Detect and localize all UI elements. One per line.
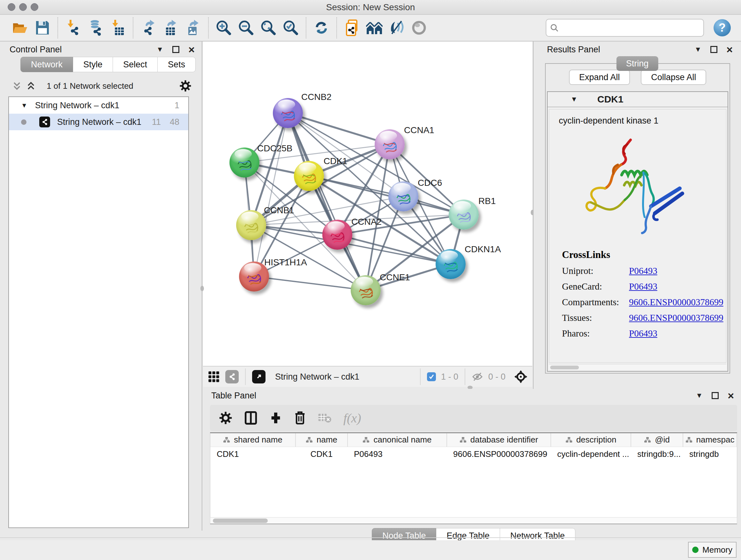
vertical-splitter-handle-left[interactable] [200, 286, 204, 291]
tab-sets[interactable]: Sets [158, 57, 196, 72]
network-node-cdkn1a[interactable] [435, 249, 466, 279]
column-header-namespac[interactable]: namespac [683, 433, 737, 447]
zoom-fit-button[interactable] [260, 19, 277, 37]
edge-CCNB2-HIST1H1A[interactable] [254, 113, 288, 276]
table-options-gear-icon[interactable] [219, 411, 232, 425]
edge-HIST1H1A-CCNE1[interactable] [254, 276, 366, 290]
string-view-badge-icon[interactable] [225, 370, 239, 383]
open-session-button[interactable] [11, 19, 29, 37]
memory-button[interactable]: Memory [688, 542, 737, 558]
show-columns-icon[interactable] [245, 411, 257, 425]
import-network-file-button[interactable] [64, 19, 82, 37]
network-collection-label: String Network – cdk1 [35, 101, 119, 111]
selected-nodes-checkbox[interactable] [427, 372, 436, 381]
tab-network[interactable]: Network [20, 57, 73, 72]
crosslink-link[interactable]: P06493 [629, 281, 657, 292]
import-network-database-button[interactable] [87, 19, 104, 37]
table-cell[interactable]: P06493 [347, 447, 447, 461]
search-field[interactable] [546, 19, 704, 37]
tree-expand-caret-icon[interactable]: ▼ [21, 102, 27, 109]
export-table-button[interactable] [162, 19, 179, 37]
network-status-dot [21, 119, 26, 125]
table-panel-menu-caret-icon[interactable]: ▼ [696, 391, 703, 400]
gene-symbol: CDK1 [597, 94, 623, 105]
network-node-ccne1[interactable] [351, 275, 381, 305]
delete-column-icon[interactable] [294, 411, 306, 425]
hidden-elements-icon[interactable] [472, 372, 483, 381]
network-node-ccna2[interactable] [322, 220, 352, 250]
results-panel-close-icon[interactable]: × [726, 46, 733, 53]
table-panel-float-icon[interactable] [712, 392, 719, 399]
network-node-ccnb1[interactable] [236, 210, 266, 240]
expand-all-button[interactable]: Expand All [569, 70, 630, 85]
gene-card-caret-icon[interactable]: ▼ [570, 95, 578, 104]
results-scrollbar-thumb[interactable] [550, 366, 579, 369]
selected-count: 1 - 0 [441, 372, 458, 382]
network-row[interactable]: String Network – cdk1 11 48 [9, 114, 188, 130]
column-header-database-identifier[interactable]: database identifier [447, 433, 551, 447]
zoom-in-button[interactable] [215, 19, 232, 37]
save-icon [36, 20, 50, 35]
refresh-button[interactable] [313, 19, 330, 37]
toolbar-separator [208, 17, 209, 38]
results-panel-menu-caret-icon[interactable]: ▼ [694, 45, 701, 54]
table-cell[interactable]: stringdb [683, 447, 737, 461]
column-header--id[interactable]: @id [631, 433, 683, 447]
crosslink-link[interactable]: P06493 [629, 328, 657, 338]
search-input[interactable] [558, 23, 696, 33]
string-home-button[interactable] [366, 19, 383, 37]
table-horizontal-scrollbar[interactable] [210, 517, 737, 524]
string-protein-query-button[interactable] [343, 19, 360, 37]
export-network-button[interactable] [140, 19, 157, 37]
add-column-icon[interactable] [269, 412, 282, 424]
crosslink-link[interactable]: 9606.ENSP00000378699 [629, 313, 724, 323]
results-panel-float-icon[interactable] [711, 46, 718, 53]
tab-string[interactable]: String [616, 56, 658, 71]
column-header-name[interactable]: name [295, 433, 347, 447]
table-scrollbar-thumb[interactable] [213, 518, 268, 523]
network-collection-row[interactable]: ▼ String Network – cdk1 1 [9, 97, 188, 114]
table-cell[interactable]: CDK1 [210, 447, 295, 461]
control-panel-menu-caret-icon[interactable]: ▼ [156, 45, 163, 54]
export-image-button[interactable] [185, 19, 202, 37]
results-scrollbar[interactable] [549, 364, 726, 370]
detach-view-icon[interactable] [252, 370, 266, 383]
tab-select[interactable]: Select [113, 57, 158, 72]
network-node-ccna1[interactable] [375, 129, 405, 159]
column-header-shared-name[interactable]: shared name [210, 433, 295, 447]
network-edge-count: 48 [170, 117, 188, 127]
network-node-cdc6[interactable] [388, 181, 418, 211]
table-cell[interactable]: CDK1 [295, 447, 347, 461]
column-header-canonical-name[interactable]: canonical name [347, 433, 447, 447]
table-cell[interactable]: 9606.ENSP00000378699 [447, 447, 551, 461]
crosslink-link[interactable]: P06493 [629, 266, 657, 276]
control-panel-close-icon[interactable]: × [188, 46, 195, 53]
tab-style[interactable]: Style [73, 57, 113, 72]
network-node-ccnb2[interactable] [273, 98, 303, 128]
gene-card-header[interactable]: ▼ CDK1 [548, 92, 728, 107]
network-canvas[interactable]: CCNB2CCNA1CDC25BCDK1CDC6RB1CCNB1CCNA2CDK… [203, 42, 532, 366]
export-image-icon [186, 20, 200, 36]
control-panel-float-icon[interactable] [172, 46, 179, 53]
zoom-out-button[interactable] [238, 19, 255, 37]
birds-eye-view-icon[interactable] [514, 370, 528, 384]
crosslink-link[interactable]: 9606.ENSP00000378699 [629, 297, 724, 307]
column-header-description[interactable]: description [551, 433, 631, 447]
zoom-selected-button[interactable] [282, 19, 299, 37]
grid-view-icon[interactable] [207, 370, 220, 383]
network-options-gear-icon[interactable] [179, 80, 192, 92]
table-cell[interactable]: stringdb:9... [631, 447, 683, 461]
import-table-button[interactable] [109, 19, 126, 37]
edge-CCNB2-CCNA1[interactable] [288, 113, 390, 144]
collapse-all-button[interactable]: Collapse All [641, 70, 706, 85]
table-row[interactable]: CDK1CDK1P064939606.ENSP00000378699cyclin… [210, 447, 737, 461]
table-panel-close-icon[interactable]: × [728, 392, 734, 399]
network-node-rb1[interactable] [449, 199, 479, 230]
save-session-button[interactable] [34, 19, 51, 37]
show-glass-effects-button[interactable] [410, 19, 428, 37]
network-node-cdk1[interactable] [294, 161, 324, 191]
help-button[interactable]: ? [714, 19, 731, 37]
network-node-cdc25b[interactable] [229, 147, 259, 178]
hide-glass-effects-button[interactable] [388, 19, 405, 37]
table-cell[interactable]: cyclin-dependent ... [551, 447, 631, 461]
